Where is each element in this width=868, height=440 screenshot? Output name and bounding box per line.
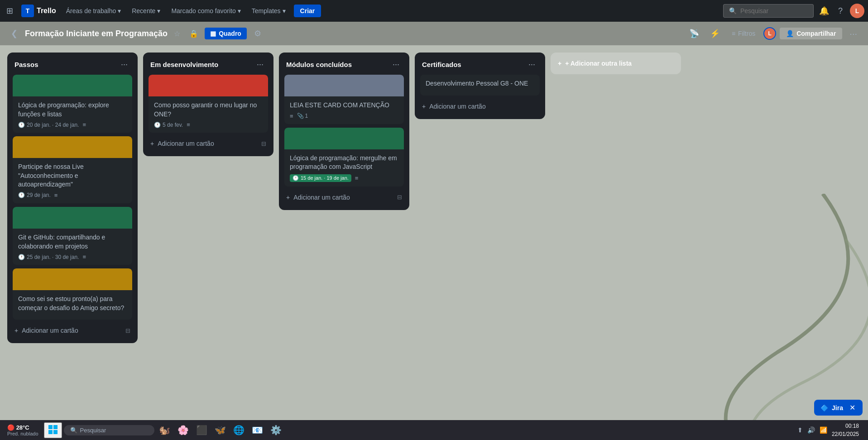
taskbar-icon-6[interactable]: 📧 <box>249 423 266 437</box>
card-garantir-lugar-one[interactable]: Como posso garantir o meu lugar no ONE? … <box>149 75 268 133</box>
criar-button[interactable]: Criar <box>294 5 321 17</box>
plus-icon: + <box>558 60 561 67</box>
card-git-github[interactable]: Git e GitHub: compartilhando e colaboran… <box>13 207 132 265</box>
trello-logo-text: Trello <box>37 7 56 15</box>
taskbar-clock[interactable]: 00:18 22/01/2025 <box>830 422 861 438</box>
start-button[interactable] <box>44 422 62 438</box>
card-leia-atencao[interactable]: LEIA ESTE CARD COM ATENÇÃO ≡ 📎 1 <box>284 75 404 124</box>
taskbar-weather: 🔴 28°C Pred. nublado <box>4 424 42 436</box>
card-title: LEIA ESTE CARD COM ATENÇÃO <box>290 101 398 110</box>
plus-icon: + <box>286 194 290 201</box>
svg-rect-0 <box>48 425 53 429</box>
jira-widget[interactable]: 🔷 Jira ✕ <box>814 400 863 416</box>
card-title: Git e GitHub: compartilhando e colaboran… <box>18 233 127 251</box>
lightning-button[interactable]: ⚡ <box>706 27 724 40</box>
chevron-down-icon: ▾ <box>157 7 160 14</box>
card-meta: 🕐 29 de jan. ≡ <box>18 192 127 199</box>
taskbar-sys-3[interactable]: 📶 <box>818 426 829 435</box>
add-card-passos[interactable]: + Adicionar um cartão ⊟ <box>13 323 132 338</box>
back-button[interactable]: ❮ <box>7 27 21 40</box>
search-bar[interactable]: 🔍 <box>723 4 814 18</box>
svg-rect-1 <box>53 425 58 429</box>
board-header: ❮ Formação Iniciante em Programação ☆ 🔒 … <box>0 22 868 45</box>
card-desenvolvimento-pessoal[interactable]: Desenvolvimento Pessoal G8 - ONE <box>420 75 540 96</box>
list-title-certificados: Certificados <box>422 61 461 68</box>
help-button[interactable]: ? <box>834 4 846 19</box>
nav-recente[interactable]: Recente ▾ <box>127 5 165 17</box>
taskbar-icon-2[interactable]: 🌸 <box>175 423 192 437</box>
weather-icon: 🔴 <box>7 424 14 431</box>
customize-button[interactable]: ⚙ <box>250 27 265 40</box>
add-card-dev[interactable]: + Adicionar um cartão ⊟ <box>149 136 268 151</box>
template-icon: ⊟ <box>125 327 130 334</box>
taskbar-search-bar[interactable]: 🔍 Pesquisar <box>64 425 154 435</box>
list-title-passos: Passos <box>14 61 38 68</box>
paperclip-icon: 📎 <box>297 113 304 119</box>
list-title-dev: Em desenvolvimento <box>150 61 218 68</box>
card-meta: 🕐 5 de fev. ≡ <box>154 121 263 128</box>
add-card-certificados[interactable]: + Adicionar um cartão <box>420 99 540 114</box>
taskbar-icon-7[interactable]: ⚙️ <box>268 423 284 437</box>
grid-icon[interactable]: ⊞ <box>4 3 16 19</box>
notification-button[interactable]: 🔔 <box>815 3 833 19</box>
list-menu-dev[interactable]: ··· <box>254 59 266 70</box>
card-meta: 🕐 20 de jan. · 24 de jan. ≡ <box>18 121 127 128</box>
board-content: Passos ··· Lógica de programação: explor… <box>0 45 868 420</box>
search-input[interactable] <box>740 7 804 14</box>
taskbar-sys-1[interactable]: ⬆ <box>796 426 805 435</box>
clock-icon: 🕐 <box>18 192 25 198</box>
chevron-down-icon: ▾ <box>283 7 286 14</box>
card-meta: 🕐 25 de jan. · 30 de jan. ≡ <box>18 253 127 260</box>
card-meta: 🕐 15 de jan. · 19 de jan. ≡ <box>290 174 398 182</box>
filtros-button[interactable]: ≡ Filtros <box>727 28 760 39</box>
taskbar-sys-2[interactable]: 🔊 <box>806 426 817 435</box>
card-cover <box>13 207 132 229</box>
list-menu-certificados[interactable]: ··· <box>526 59 538 70</box>
svg-rect-3 <box>53 430 58 434</box>
list-menu-passos[interactable]: ··· <box>118 59 130 70</box>
taskbar-right: ⬆ 🔊 📶 00:18 22/01/2025 <box>792 422 864 438</box>
view-button[interactable]: ▦ Quadro <box>205 28 247 39</box>
card-amigo-secreto[interactable]: Como sei se estou pronto(a) para começar… <box>13 268 132 320</box>
share-icon: 👤 <box>786 30 794 37</box>
card-cover <box>284 128 404 149</box>
taskbar-icon-1[interactable]: 🐿️ <box>156 423 173 437</box>
taskbar-icon-4[interactable]: 🦋 <box>212 423 229 437</box>
card-date: 🕐 29 de jan. <box>18 192 51 198</box>
user-avatar[interactable]: L <box>850 4 864 18</box>
board-header-right: 📡 ⚡ ≡ Filtros L 👤 Compartilhar ··· <box>686 27 861 41</box>
card-cover <box>13 75 132 96</box>
card-logica-javascript[interactable]: Lógica de programação: mergulhe em progr… <box>284 128 404 187</box>
top-navigation: ⊞ T Trello Áreas de trabalho ▾ Recente ▾… <box>0 0 868 22</box>
antenna-button[interactable]: 📡 <box>686 27 703 40</box>
more-options-button[interactable]: ··· <box>846 27 861 41</box>
clock-icon: 🕐 <box>18 122 25 128</box>
filter-icon: ≡ <box>732 30 735 37</box>
list-em-desenvolvimento: Em desenvolvimento ··· Como posso garant… <box>143 53 273 156</box>
compartilhar-button[interactable]: 👤 Compartilhar <box>780 28 842 39</box>
nav-favorito[interactable]: Marcado como favorito ▾ <box>167 5 245 17</box>
trello-logo[interactable]: T Trello <box>18 3 60 19</box>
nav-areas-trabalho[interactable]: Áreas de trabalho ▾ <box>62 5 126 17</box>
taskbar-icon-3[interactable]: ⬛ <box>193 423 210 437</box>
card-title: Desenvolvimento Pessoal G8 - ONE <box>426 79 534 88</box>
taskbar-icon-5[interactable]: 🌐 <box>230 423 247 437</box>
board-title[interactable]: Formação Iniciante em Programação <box>25 29 168 38</box>
jira-close-button[interactable]: ✕ <box>849 403 856 412</box>
search-icon: 🔍 <box>729 7 737 14</box>
nav-templates[interactable]: Templates ▾ <box>247 5 290 17</box>
search-icon: 🔍 <box>70 427 77 434</box>
card-title: Como sei se estou pronto(a) para começar… <box>18 295 127 312</box>
list-menu-modulos[interactable]: ··· <box>390 59 402 70</box>
add-list-button[interactable]: + + Adicionar outra lista <box>551 53 681 74</box>
add-card-modulos[interactable]: + Adicionar um cartão ⊟ <box>284 190 404 205</box>
star-button[interactable]: ☆ <box>171 28 183 40</box>
board-user-avatar[interactable]: L <box>763 27 776 40</box>
template-icon: ⊟ <box>261 140 266 147</box>
list-modulos-concluidos: Módulos concluídos ··· LEIA ESTE CARD CO… <box>279 53 409 210</box>
list-certificados: Certificados ··· Desenvolvimento Pessoal… <box>415 53 545 119</box>
card-live-autoconhecimento[interactable]: Participe de nossa Live "Autoconheciment… <box>13 136 132 203</box>
card-date: 🕐 5 de fev. <box>154 122 183 128</box>
lock-button[interactable]: 🔒 <box>187 28 201 40</box>
card-logica-funcoes-listas[interactable]: Lógica de programação: explore funções e… <box>13 75 132 133</box>
